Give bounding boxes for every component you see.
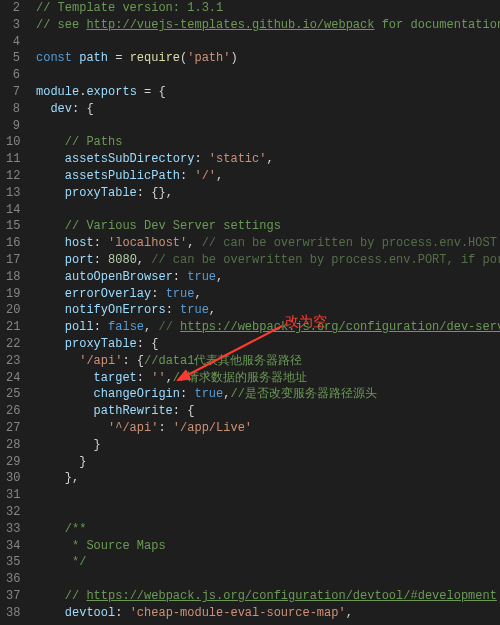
code-line[interactable]: changeOrigin: true,//是否改变服务器路径源头 [36,386,500,403]
token: pathRewrite [94,404,173,418]
token: http://vuejs-templates.github.io/webpack [86,18,374,32]
line-number: 30 [6,470,20,487]
token: '^/api' [108,421,158,435]
line-number: 24 [6,370,20,387]
token: , [346,606,353,620]
token: : [194,152,208,166]
token: 'cheap-module-eval-source-map' [130,606,346,620]
token: https://webpack.js.org/configuration/dev… [180,320,500,334]
code-line[interactable]: proxyTable: { [36,336,500,353]
code-line[interactable]: target: '',//请求数据的服务器地址 [36,370,500,387]
code-line[interactable]: }, [36,470,500,487]
code-line[interactable]: proxyTable: {}, [36,185,500,202]
line-number: 16 [6,235,20,252]
code-line[interactable]: /** [36,521,500,538]
token: : [158,421,172,435]
line-number-gutter: 2345678910111213141516171819202122232425… [0,0,32,625]
token [36,387,94,401]
token: require [130,51,180,65]
token: poll [65,320,94,334]
token: true [187,270,216,284]
token: assetsSubDirectory [65,152,195,166]
code-line[interactable] [36,118,500,135]
code-line[interactable]: // Various Dev Server settings [36,218,500,235]
code-line[interactable]: '/api': {//data1代表其他服务器路径 [36,353,500,370]
code-editor[interactable]: 2345678910111213141516171819202122232425… [0,0,500,625]
code-line[interactable]: errorOverlay: true, [36,286,500,303]
code-line[interactable]: assetsPublicPath: '/', [36,168,500,185]
token: : { [122,354,144,368]
code-line[interactable] [36,34,500,51]
line-number: 15 [6,218,20,235]
code-area[interactable]: // Template version: 1.3.1// see http://… [32,0,500,625]
line-number: 22 [6,336,20,353]
token: '' [151,371,165,385]
token: : [180,169,194,183]
code-line[interactable]: devtool: 'cheap-module-eval-source-map', [36,605,500,622]
token: '/app/Live' [173,421,252,435]
code-line[interactable]: // Paths [36,134,500,151]
token: */ [65,555,87,569]
line-number: 4 [6,34,20,51]
token: : [137,371,151,385]
token [36,169,65,183]
line-number: 2 [6,0,20,17]
code-line[interactable]: '^/api': '/app/Live' [36,420,500,437]
token: 'path' [187,51,230,65]
code-line[interactable]: } [36,437,500,454]
token: proxyTable [65,186,137,200]
code-line[interactable] [36,487,500,504]
token: , [144,320,158,334]
code-line[interactable]: * Source Maps [36,538,500,555]
code-line[interactable]: // see http://vuejs-templates.github.io/… [36,17,500,34]
code-line[interactable]: // Template version: 1.3.1 [36,0,500,17]
token [36,371,94,385]
token [36,287,65,301]
token [36,303,65,317]
token: module [36,85,79,99]
code-line[interactable]: poll: false, // https://webpack.js.org/c… [36,319,500,336]
token: port [65,253,94,267]
token: , [266,152,273,166]
code-line[interactable]: // https://webpack.js.org/configuration/… [36,588,500,605]
code-line[interactable] [36,202,500,219]
token: : [180,387,194,401]
code-line[interactable] [36,571,500,588]
token: exports [86,85,136,99]
token: const [36,51,72,65]
token: = [108,51,130,65]
token: // [158,320,180,334]
code-line[interactable]: const path = require('path') [36,50,500,67]
code-line[interactable]: notifyOnErrors: true, [36,302,500,319]
line-number: 18 [6,269,20,286]
code-line[interactable] [36,67,500,84]
code-line[interactable]: autoOpenBrowser: true, [36,269,500,286]
code-line[interactable]: } [36,454,500,471]
code-line[interactable] [36,504,500,521]
token: //请求数据的服务器地址 [173,371,307,385]
token: // can be overwritten by process.env.POR… [151,253,500,267]
code-line[interactable]: */ [36,554,500,571]
token [36,186,65,200]
token [36,135,65,149]
token: true [180,303,209,317]
code-line[interactable]: assetsSubDirectory: 'static', [36,151,500,168]
code-line[interactable]: port: 8080, // can be overwritten by pro… [36,252,500,269]
token: // Template version: 1.3.1 [36,1,223,15]
token: https://webpack.js.org/configuration/dev… [86,589,496,603]
token: : {}, [137,186,173,200]
token: = { [137,85,166,99]
line-number: 12 [6,168,20,185]
token: target [94,371,137,385]
token: : [94,320,108,334]
token: : [173,270,187,284]
code-line[interactable]: dev: { [36,101,500,118]
line-number: 25 [6,386,20,403]
line-number: 35 [6,554,20,571]
code-line[interactable]: host: 'localhost', // can be overwritten… [36,235,500,252]
code-line[interactable]: pathRewrite: { [36,403,500,420]
token: , [209,303,216,317]
code-line[interactable]: module.exports = { [36,84,500,101]
line-number: 17 [6,252,20,269]
token [36,539,65,553]
